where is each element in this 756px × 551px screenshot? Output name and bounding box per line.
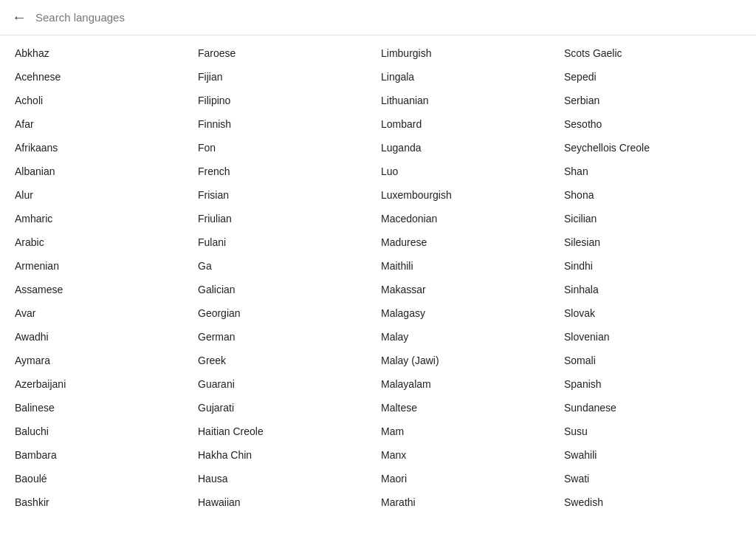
language-item[interactable]: Malagasy [378,301,561,325]
language-item[interactable]: German [195,325,378,349]
header: ← [0,0,756,35]
language-item[interactable]: Aymara [12,349,195,372]
language-item[interactable]: Fijian [195,65,378,89]
language-item[interactable]: Swedish [561,490,744,514]
language-item[interactable]: Lombard [378,112,561,136]
language-item[interactable]: Baluchi [12,420,195,443]
language-item[interactable]: Slovak [561,301,744,325]
language-item[interactable]: Hakha Chin [195,443,378,467]
language-item[interactable]: Luxembourgish [378,183,561,207]
language-item[interactable]: Assamese [12,278,195,301]
language-item[interactable]: Luo [378,160,561,183]
language-item[interactable]: Makassar [378,278,561,301]
language-item[interactable]: Scots Gaelic [561,41,744,65]
language-item[interactable]: Sicilian [561,207,744,230]
language-item[interactable]: Malay [378,325,561,349]
language-item[interactable]: Seychellois Creole [561,136,744,160]
language-item[interactable]: Spanish [561,372,744,396]
language-item[interactable]: Afrikaans [12,136,195,160]
language-item[interactable]: Armenian [12,254,195,278]
language-item[interactable]: Lingala [378,65,561,89]
back-button[interactable]: ← [12,9,27,26]
language-item[interactable]: Fulani [195,230,378,254]
language-item[interactable]: Greek [195,349,378,372]
language-item[interactable]: Swahili [561,443,744,467]
language-item[interactable]: Madurese [378,230,561,254]
language-item[interactable]: Limburgish [378,41,561,65]
language-item[interactable]: Malayalam [378,372,561,396]
language-item[interactable]: Balinese [12,396,195,420]
language-item[interactable]: Friulian [195,207,378,230]
language-item[interactable]: French [195,160,378,183]
language-item[interactable]: Serbian [561,89,744,112]
language-item[interactable]: Maithili [378,254,561,278]
language-item[interactable]: Susu [561,420,744,443]
language-item[interactable]: Alur [12,183,195,207]
language-item[interactable]: Abkhaz [12,41,195,65]
language-item[interactable]: Baoulé [12,467,195,490]
language-item[interactable]: Manx [378,443,561,467]
language-item[interactable]: Amharic [12,207,195,230]
language-item[interactable]: Galician [195,278,378,301]
language-item[interactable]: Avar [12,301,195,325]
language-item[interactable]: Somali [561,349,744,372]
language-item[interactable]: Mam [378,420,561,443]
language-item[interactable]: Frisian [195,183,378,207]
language-item[interactable]: Haitian Creole [195,420,378,443]
language-item[interactable]: Arabic [12,230,195,254]
language-item[interactable]: Azerbaijani [12,372,195,396]
language-item[interactable]: Slovenian [561,325,744,349]
language-item[interactable]: Gujarati [195,396,378,420]
language-item[interactable]: Albanian [12,160,195,183]
language-item[interactable]: Finnish [195,112,378,136]
language-item[interactable]: Maltese [378,396,561,420]
language-item[interactable]: Shan [561,160,744,183]
language-item[interactable]: Swati [561,467,744,490]
language-item[interactable]: Bashkir [12,490,195,514]
language-item[interactable]: Lithuanian [378,89,561,112]
language-item[interactable]: Sundanese [561,396,744,420]
language-grid: AbkhazFaroeseLimburgishScots GaelicAcehn… [0,35,756,520]
language-item[interactable]: Shona [561,183,744,207]
language-item[interactable]: Silesian [561,230,744,254]
language-item[interactable]: Sesotho [561,112,744,136]
language-item[interactable]: Filipino [195,89,378,112]
language-item[interactable]: Ga [195,254,378,278]
language-item[interactable]: Bambara [12,443,195,467]
language-item[interactable]: Sindhi [561,254,744,278]
language-item[interactable]: Acehnese [12,65,195,89]
language-item[interactable]: Awadhi [12,325,195,349]
language-item[interactable]: Luganda [378,136,561,160]
language-item[interactable]: Fon [195,136,378,160]
language-item[interactable]: Acholi [12,89,195,112]
language-item[interactable]: Afar [12,112,195,136]
language-item[interactable]: Hausa [195,467,378,490]
language-item[interactable]: Georgian [195,301,378,325]
language-item[interactable]: Guarani [195,372,378,396]
language-item[interactable]: Hawaiian [195,490,378,514]
language-item[interactable]: Malay (Jawi) [378,349,561,372]
language-item[interactable]: Sinhala [561,278,744,301]
language-item[interactable]: Faroese [195,41,378,65]
language-item[interactable]: Macedonian [378,207,561,230]
language-item[interactable]: Sepedi [561,65,744,89]
language-item[interactable]: Marathi [378,490,561,514]
search-input[interactable] [35,11,744,24]
language-item[interactable]: Maori [378,467,561,490]
